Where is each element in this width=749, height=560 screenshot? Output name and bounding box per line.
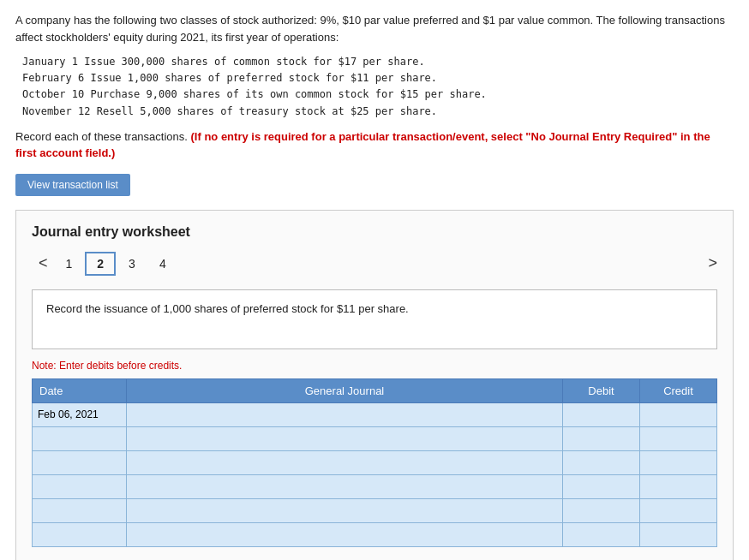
date-input[interactable] <box>33 475 126 498</box>
date-cell[interactable] <box>33 402 127 426</box>
debit-input[interactable] <box>563 403 639 426</box>
debit-cell[interactable] <box>563 498 640 522</box>
debit-input[interactable] <box>563 523 639 546</box>
date-input[interactable] <box>33 451 126 474</box>
note-text: Note: Enter debits before credits. <box>32 360 717 372</box>
table-row <box>33 474 717 498</box>
credit-cell[interactable] <box>640 522 717 546</box>
debit-input[interactable] <box>563 427 639 450</box>
credit-input[interactable] <box>640 451 716 474</box>
general-journal-cell[interactable] <box>127 450 563 474</box>
debit-input[interactable] <box>563 499 639 522</box>
date-input[interactable] <box>33 499 126 522</box>
credit-cell[interactable] <box>640 450 717 474</box>
general-journal-input[interactable] <box>127 475 562 498</box>
col-general-journal: General Journal <box>127 378 563 402</box>
table-row <box>33 402 717 426</box>
general-journal-cell[interactable] <box>127 522 563 546</box>
debit-input[interactable] <box>563 475 639 498</box>
date-cell[interactable] <box>33 522 127 546</box>
general-journal-input[interactable] <box>127 427 562 450</box>
date-cell[interactable] <box>33 426 127 450</box>
intro-paragraph: A company has the following two classes … <box>15 12 734 45</box>
general-journal-input[interactable] <box>127 403 562 426</box>
date-input[interactable] <box>33 403 126 426</box>
tabs-row: < 1 2 3 4 > <box>32 252 717 276</box>
tab-2[interactable]: 2 <box>85 252 116 276</box>
debit-cell[interactable] <box>563 450 640 474</box>
col-debit: Debit <box>563 378 640 402</box>
debit-input[interactable] <box>563 451 639 474</box>
table-row <box>33 426 717 450</box>
debit-cell[interactable] <box>563 522 640 546</box>
instruction-prefix: Record each of these transactions. <box>15 130 191 143</box>
transaction-item: October 10 Purchase 9,000 shares of its … <box>22 86 734 103</box>
tab-next-arrow[interactable]: > <box>708 254 717 272</box>
view-transaction-button[interactable]: View transaction list <box>15 174 130 196</box>
general-journal-cell[interactable] <box>127 498 563 522</box>
table-row <box>33 498 717 522</box>
general-journal-cell[interactable] <box>127 426 563 450</box>
tab-3[interactable]: 3 <box>117 253 147 275</box>
transaction-item: January 1 Issue 300,000 shares of common… <box>22 54 734 70</box>
debit-cell[interactable] <box>563 474 640 498</box>
credit-input[interactable] <box>640 403 716 426</box>
credit-input[interactable] <box>640 427 716 450</box>
date-cell[interactable] <box>33 450 127 474</box>
worksheet-container: Journal entry worksheet < 1 2 3 4 > Reco… <box>15 210 734 560</box>
tab-1[interactable]: 1 <box>55 253 84 275</box>
worksheet-title: Journal entry worksheet <box>32 224 717 240</box>
col-date: Date <box>33 378 127 402</box>
date-input[interactable] <box>33 523 126 546</box>
transaction-item: November 12 Resell 5,000 shares of treas… <box>22 104 734 120</box>
general-journal-cell[interactable] <box>127 402 563 426</box>
instruction-text: Record each of these transactions. (If n… <box>15 128 734 162</box>
transactions-list: January 1 Issue 300,000 shares of common… <box>22 54 734 120</box>
general-journal-input[interactable] <box>127 523 562 546</box>
table-row <box>33 522 717 546</box>
debit-cell[interactable] <box>563 402 640 426</box>
table-row <box>33 450 717 474</box>
credit-input[interactable] <box>640 499 716 522</box>
credit-input[interactable] <box>640 475 716 498</box>
date-input[interactable] <box>33 427 126 450</box>
date-cell[interactable] <box>33 498 127 522</box>
debit-cell[interactable] <box>563 426 640 450</box>
credit-cell[interactable] <box>640 498 717 522</box>
credit-cell[interactable] <box>640 426 717 450</box>
transaction-description: Record the issuance of 1,000 shares of p… <box>32 289 717 349</box>
general-journal-input[interactable] <box>127 499 562 522</box>
tab-4[interactable]: 4 <box>148 253 177 275</box>
credit-cell[interactable] <box>640 402 717 426</box>
col-credit: Credit <box>640 378 717 402</box>
date-cell[interactable] <box>33 474 127 498</box>
journal-table: Date General Journal Debit Credit <box>32 378 717 547</box>
credit-cell[interactable] <box>640 474 717 498</box>
transaction-item: February 6 Issue 1,000 shares of preferr… <box>22 70 734 86</box>
general-journal-input[interactable] <box>127 451 562 474</box>
tab-prev-arrow[interactable]: < <box>32 253 55 274</box>
credit-input[interactable] <box>640 523 716 546</box>
general-journal-cell[interactable] <box>127 474 563 498</box>
